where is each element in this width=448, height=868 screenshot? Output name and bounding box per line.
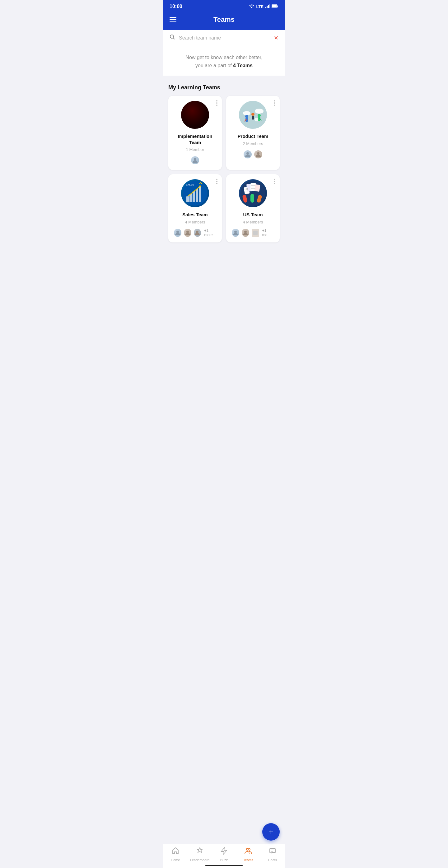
- team-card-sales[interactable]: SALES Sales Team 4 Members: [168, 174, 222, 243]
- fab-plus-icon: +: [268, 828, 274, 836]
- svg-rect-1: [267, 6, 267, 8]
- team-name-sales: Sales Team: [173, 212, 217, 218]
- svg-point-14: [251, 113, 255, 116]
- team-card-us[interactable]: US Team 4 Members: [226, 174, 280, 243]
- wifi-icon: [249, 4, 254, 9]
- home-icon: [172, 847, 179, 857]
- nav-label-leaderboard: Leaderboard: [190, 858, 210, 862]
- bottom-nav: Home Leaderboard Buzz Teams: [163, 844, 285, 868]
- member-avatars-implementation: [173, 156, 217, 165]
- svg-rect-15: [252, 116, 254, 120]
- search-input[interactable]: [179, 35, 270, 41]
- team-name-us: US Team: [231, 212, 275, 218]
- nav-item-teams[interactable]: Teams: [236, 847, 260, 862]
- svg-point-10: [255, 108, 263, 114]
- member-avatar-1: [231, 228, 240, 238]
- svg-rect-24: [196, 189, 198, 202]
- svg-rect-5: [272, 5, 277, 7]
- team-member-count-implementation: 1 Member: [173, 147, 217, 152]
- member-avatars-us: +1 mo...: [231, 228, 275, 238]
- svg-text:SALES: SALES: [186, 183, 194, 186]
- svg-rect-3: [269, 4, 270, 8]
- member-avatar-2: [183, 228, 192, 238]
- svg-point-48: [248, 848, 250, 850]
- svg-point-47: [247, 848, 248, 850]
- product-team-illustration: [241, 102, 265, 127]
- card-menu-product[interactable]: [274, 100, 275, 106]
- svg-rect-0: [265, 7, 266, 8]
- fab-button[interactable]: +: [262, 823, 280, 841]
- lte-label: LTE: [256, 4, 263, 9]
- search-bar: ✕: [163, 30, 285, 46]
- member-avatars-product: [231, 150, 275, 159]
- svg-point-9: [243, 111, 251, 116]
- team-member-count-product: 2 Members: [231, 141, 275, 146]
- home-indicator: [205, 865, 243, 866]
- team-name-implementation: Implementation Team: [173, 133, 217, 145]
- sales-team-illustration: SALES: [183, 181, 207, 206]
- svg-rect-21: [186, 196, 189, 202]
- svg-point-6: [170, 35, 173, 38]
- nav-label-teams: Teams: [243, 858, 253, 862]
- nav-label-buzz: Buzz: [220, 858, 228, 862]
- search-icon: [169, 34, 175, 41]
- nav-item-buzz[interactable]: Buzz: [212, 847, 236, 862]
- team-member-count-sales: 4 Members: [173, 220, 217, 224]
- member-avatar-2: [241, 228, 250, 238]
- svg-point-44: [234, 230, 237, 233]
- svg-point-26: [199, 185, 201, 187]
- team-member-count-us: 4 Members: [231, 220, 275, 224]
- svg-point-12: [245, 115, 248, 118]
- team-avatar-us: [239, 179, 267, 207]
- member-avatar-3: [251, 228, 260, 238]
- section-title: My Learning Teams: [168, 84, 280, 91]
- svg-rect-25: [199, 186, 201, 202]
- member-avatars-sales: +1 more: [173, 228, 217, 238]
- buzz-icon: [220, 847, 228, 857]
- svg-rect-33: [251, 194, 254, 203]
- team-avatar-implementation: [181, 101, 209, 129]
- team-card-product[interactable]: Product Team 2 Members: [226, 96, 280, 170]
- main-content: My Learning Teams Implementation Team 1 …: [163, 78, 285, 274]
- card-menu-implementation[interactable]: [216, 100, 218, 106]
- team-name-product: Product Team: [231, 133, 275, 140]
- battery-icon: [271, 4, 279, 9]
- teams-icon: [245, 847, 252, 857]
- svg-rect-46: [253, 230, 258, 235]
- svg-point-30: [196, 230, 198, 233]
- more-label-us: +1 mo...: [262, 228, 275, 237]
- member-avatar-2: [254, 150, 263, 159]
- status-time: 10:00: [169, 4, 182, 9]
- nav-item-home[interactable]: Home: [163, 847, 188, 862]
- teams-count-highlight: 4 Teams: [233, 63, 253, 68]
- svg-point-16: [258, 114, 261, 117]
- team-card-implementation[interactable]: Implementation Team 1 Member: [168, 96, 222, 170]
- signal-icon: [265, 4, 270, 9]
- header-title: Teams: [214, 16, 234, 24]
- svg-rect-23: [193, 191, 195, 202]
- svg-point-19: [257, 152, 259, 155]
- team-avatar-sales: SALES: [181, 179, 209, 207]
- svg-rect-2: [268, 5, 269, 8]
- us-team-illustration: [241, 181, 265, 206]
- member-avatar-1: [173, 228, 182, 238]
- hamburger-menu[interactable]: [169, 17, 177, 22]
- status-bar: 10:00 LTE: [163, 0, 285, 12]
- svg-point-28: [177, 230, 179, 233]
- svg-point-18: [247, 152, 249, 155]
- header: Teams: [163, 12, 285, 30]
- nav-item-leaderboard[interactable]: Leaderboard: [188, 847, 212, 862]
- leaderboard-icon: [196, 847, 203, 857]
- search-clear-button[interactable]: ✕: [274, 35, 279, 41]
- card-menu-us[interactable]: [274, 179, 275, 184]
- nav-label-home: Home: [171, 858, 180, 862]
- member-avatar-3: [193, 228, 202, 238]
- nav-label-chats: Chats: [268, 858, 277, 862]
- nav-item-chats[interactable]: Chats: [260, 847, 285, 862]
- card-menu-sales[interactable]: [216, 179, 218, 184]
- svg-point-45: [244, 230, 247, 233]
- svg-rect-22: [189, 194, 192, 202]
- member-avatar-1: [190, 156, 200, 165]
- status-icons: LTE: [249, 4, 279, 9]
- member-avatar-1: [243, 150, 252, 159]
